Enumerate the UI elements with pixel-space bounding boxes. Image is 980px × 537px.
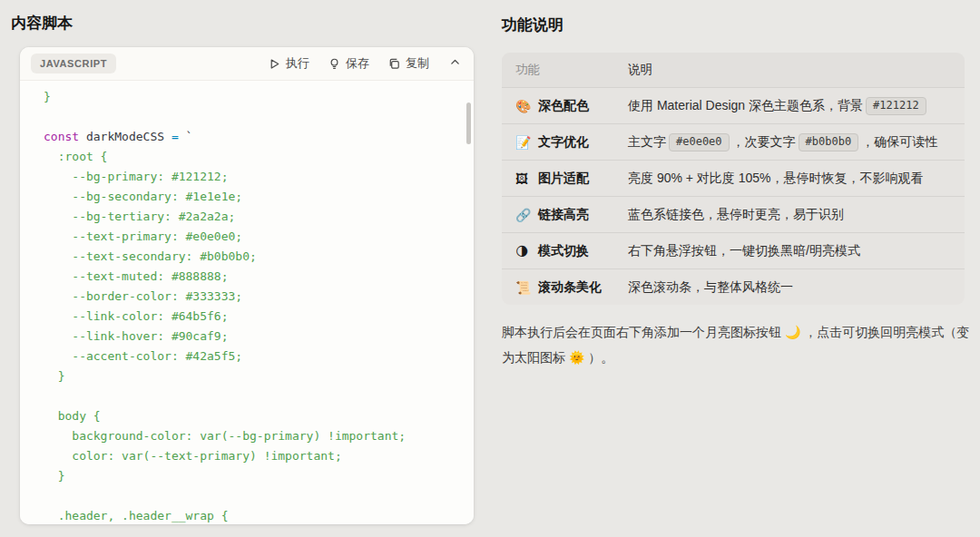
feature-table-row: 📝文字优化主文字#e0e0e0，次要文字#b0b0b0，确保可读性 (502, 123, 965, 160)
description-cell: 亮度 90% + 对比度 105%，悬停时恢复，不影响观看 (628, 171, 965, 187)
code-line (44, 386, 465, 406)
code-line: } (44, 87, 465, 107)
footer-text-1: 脚本执行后会在页面右下角添加一个月亮图标按钮 (502, 325, 785, 339)
description-text: 右下角悬浮按钮，一键切换黑暗/明亮模式 (628, 243, 860, 258)
feature-cell: 📝文字优化 (502, 134, 628, 151)
code-line: --border-color: #333333; (44, 287, 465, 307)
code-line: body { (44, 406, 465, 426)
footer-note: 脚本执行后会在页面右下角添加一个月亮图标按钮 🌙 ，点击可切换回明亮模式（变为太… (502, 319, 972, 370)
feature-table-row: 🔗链接高亮蓝色系链接色，悬停时更亮，易于识别 (502, 196, 965, 232)
code-line: --bg-secondary: #1e1e1e; (44, 187, 465, 207)
description-text: 主文字 (628, 134, 666, 149)
code-content: } const darkModeCSS = ` :root { --bg-pri… (44, 87, 465, 524)
chevron-up-icon (449, 56, 461, 71)
code-line: color: var(--text-primary) !important; (44, 446, 465, 466)
description-text: 蓝色系链接色，悬停时更亮，易于识别 (628, 207, 844, 221)
feature-name: 链接高亮 (538, 207, 589, 223)
run-button-label: 执行 (286, 55, 309, 72)
description-text: 亮度 90% + 对比度 105%，悬停时恢复，不影响观看 (628, 171, 924, 185)
feature-table-row: 🎨深色配色使用 Material Design 深色主题色系，背景#121212 (502, 87, 965, 123)
description-column-header: 说明 (628, 62, 965, 78)
feature-cell: 📜滚动条美化 (502, 279, 628, 296)
sun-icon: 🌞 (569, 350, 584, 365)
code-line: const darkModeCSS = ` (44, 127, 465, 147)
code-line: :root { (44, 147, 465, 167)
feature-description-title: 功能说明 (502, 15, 564, 35)
description-cell: 蓝色系链接色，悬停时更亮，易于识别 (628, 207, 965, 223)
code-editor-content[interactable]: } const darkModeCSS = ` :root { --bg-pri… (20, 81, 474, 524)
picture-icon: 🖼 (515, 171, 532, 186)
feature-name: 图片适配 (538, 171, 589, 187)
code-line: --accent-color: #42a5f5; (44, 347, 465, 366)
color-code-chip: #e0e0e0 (669, 133, 730, 151)
code-line: --text-muted: #888888; (44, 267, 465, 287)
feature-description-panel: 功能说明 功能 说明 🎨深色配色使用 Material Design 深色主题色… (490, 0, 980, 537)
content-script-title: 内容脚本 (11, 13, 73, 34)
description-text: 深色滚动条，与整体风格统一 (628, 279, 793, 294)
lightbulb-icon (328, 57, 341, 71)
memo-pencil-icon: 📝 (515, 135, 532, 150)
feature-name: 文字优化 (538, 134, 589, 151)
code-line: --bg-tertiary: #2a2a2a; (44, 207, 465, 227)
feature-cell: 🌗模式切换 (502, 243, 628, 259)
code-line: .header, .header__wrap { (44, 506, 465, 524)
code-line (44, 486, 465, 506)
description-text: 使用 Material Design 深色主题色系，背景 (628, 98, 863, 112)
footer-text-3: ）。 (588, 350, 613, 365)
run-button[interactable]: 执行 (268, 55, 309, 72)
feature-table-row: 📜滚动条美化深色滚动条，与整体风格统一 (502, 268, 965, 305)
half-moon-icon: 🌗 (515, 244, 532, 259)
feature-cell: 🔗链接高亮 (502, 207, 628, 223)
feature-table-row: 🖼图片适配亮度 90% + 对比度 105%，悬停时恢复，不影响观看 (502, 160, 965, 196)
color-code-chip: #121212 (866, 97, 926, 115)
feature-name: 深色配色 (538, 98, 589, 114)
feature-column-header: 功能 (502, 62, 628, 78)
code-editor-toolbar: JAVASCRIPT 执行 保存 复制 (20, 47, 474, 81)
code-line (44, 107, 465, 127)
feature-cell: 🖼图片适配 (502, 171, 628, 187)
copy-button[interactable]: 复制 (387, 55, 429, 72)
description-text: ，次要文字 (732, 134, 796, 149)
copy-button-label: 复制 (406, 55, 429, 72)
description-cell: 深色滚动条，与整体风格统一 (628, 279, 965, 296)
code-line: --link-color: #64b5f6; (44, 307, 465, 327)
feature-name: 模式切换 (538, 243, 589, 259)
copy-icon (387, 57, 401, 71)
description-cell: 主文字#e0e0e0，次要文字#b0b0b0，确保可读性 (628, 133, 965, 151)
feature-table-row: 🌗模式切换右下角悬浮按钮，一键切换黑暗/明亮模式 (502, 232, 965, 268)
save-button[interactable]: 保存 (328, 55, 369, 72)
description-cell: 使用 Material Design 深色主题色系，背景#121212 (628, 97, 965, 115)
color-code-chip: #b0b0b0 (799, 133, 859, 151)
code-scrollbar-thumb[interactable] (466, 103, 471, 144)
description-text: ，确保可读性 (861, 134, 937, 149)
description-cell: 右下角悬浮按钮，一键切换黑暗/明亮模式 (628, 243, 965, 259)
code-editor-card: JAVASCRIPT 执行 保存 复制 } co (20, 47, 474, 524)
language-badge: JAVASCRIPT (31, 54, 116, 73)
collapse-editor-button[interactable] (449, 56, 461, 71)
code-line: --bg-primary: #121212; (44, 167, 465, 187)
scroll-icon: 📜 (515, 280, 532, 295)
feature-cell: 🎨深色配色 (502, 98, 628, 114)
feature-table-body: 🎨深色配色使用 Material Design 深色主题色系，背景#121212… (502, 87, 965, 305)
code-line: --text-primary: #e0e0e0; (44, 227, 465, 247)
feature-table-header: 功能 说明 (502, 53, 965, 87)
code-line: --text-secondary: #b0b0b0; (44, 247, 465, 267)
code-line: } (44, 366, 465, 386)
play-icon (268, 57, 281, 71)
moon-icon: 🌙 (785, 325, 800, 339)
palette-icon: 🎨 (515, 99, 532, 113)
feature-table: 功能 说明 🎨深色配色使用 Material Design 深色主题色系，背景#… (502, 53, 965, 305)
feature-name: 滚动条美化 (538, 279, 602, 296)
save-button-label: 保存 (346, 55, 369, 72)
content-script-panel: 内容脚本 JAVASCRIPT 执行 保存 复制 (0, 0, 490, 537)
toolbar-actions: 执行 保存 复制 (268, 55, 461, 72)
link-icon: 🔗 (515, 208, 532, 222)
code-line: --link-hover: #90caf9; (44, 327, 465, 347)
code-line: background-color: var(--bg-primary) !imp… (44, 426, 465, 446)
code-line: } (44, 466, 465, 486)
